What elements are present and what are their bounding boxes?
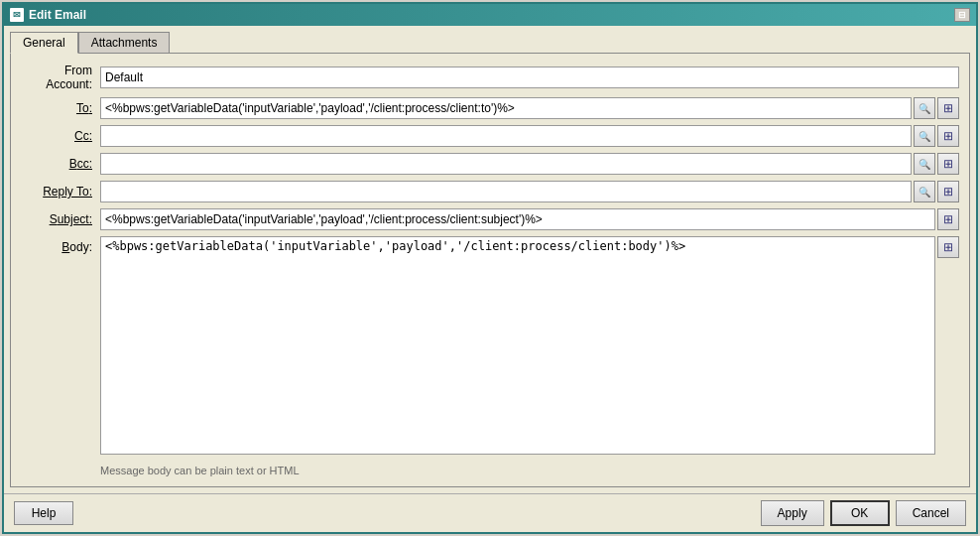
subject-input-group — [100, 208, 959, 230]
search-icon — [919, 102, 930, 114]
grid-icon — [943, 240, 953, 254]
body-grid-button[interactable] — [937, 236, 959, 258]
window-icon: ✉ — [10, 8, 24, 22]
ok-button[interactable]: OK — [830, 500, 890, 526]
search-icon — [919, 158, 930, 170]
cc-row: Cc: — [21, 125, 959, 147]
tab-attachments[interactable]: Attachments — [78, 32, 171, 53]
to-grid-button[interactable] — [937, 97, 959, 119]
apply-button[interactable]: Apply — [761, 500, 824, 526]
tab-general[interactable]: General — [10, 32, 78, 54]
search-icon — [919, 186, 930, 198]
action-buttons: Apply OK Cancel — [761, 500, 966, 526]
to-row: To: — [21, 97, 959, 119]
subject-row: Subject: — [21, 208, 959, 230]
to-search-button[interactable] — [914, 97, 935, 119]
to-input-group — [100, 97, 959, 119]
edit-email-window: ✉ Edit Email ⊟ General Attachments From … — [2, 2, 978, 534]
grid-icon — [943, 185, 953, 199]
reply-to-input-group — [100, 181, 959, 202]
bcc-row: Bcc: — [21, 153, 959, 175]
to-input[interactable] — [100, 97, 912, 119]
tab-content-general: From Account: To: — [10, 53, 970, 487]
tab-bar: General Attachments — [10, 32, 970, 53]
bottom-bar: Help Apply OK Cancel — [4, 493, 976, 532]
cc-search-button[interactable] — [914, 125, 935, 147]
from-account-row: From Account: — [21, 64, 959, 91]
subject-grid-button[interactable] — [937, 208, 959, 230]
body-hint: Message body can be plain text or HTML — [100, 465, 959, 476]
cancel-button[interactable]: Cancel — [896, 500, 966, 526]
search-icon — [919, 130, 930, 142]
subject-input[interactable] — [100, 208, 935, 230]
body-label: Body: — [21, 236, 100, 254]
reply-to-row: Reply To: — [21, 181, 959, 202]
body-input-group: <%bpws:getVariableData('inputVariable','… — [100, 236, 959, 455]
reply-to-grid-button[interactable] — [937, 181, 959, 202]
help-button[interactable]: Help — [14, 501, 73, 525]
bcc-grid-button[interactable] — [937, 153, 959, 175]
reply-to-input[interactable] — [100, 181, 912, 202]
cc-label: Cc: — [21, 129, 100, 143]
restore-button[interactable]: ⊟ — [954, 8, 970, 22]
reply-to-label: Reply To: — [21, 185, 100, 199]
to-label: To: — [21, 101, 100, 115]
reply-to-search-button[interactable] — [914, 181, 935, 202]
bcc-label: Bcc: — [21, 157, 100, 171]
cc-grid-button[interactable] — [937, 125, 959, 147]
from-account-input[interactable] — [100, 67, 959, 88]
body-textarea[interactable]: <%bpws:getVariableData('inputVariable','… — [100, 236, 935, 455]
bcc-input-group — [100, 153, 959, 175]
body-row: Body: <%bpws:getVariableData('inputVaria… — [21, 236, 959, 461]
grid-icon — [943, 129, 953, 143]
grid-icon — [943, 212, 953, 226]
grid-icon — [943, 101, 953, 115]
from-account-label: From Account: — [21, 64, 100, 91]
grid-icon — [943, 157, 953, 171]
window-title: Edit Email — [29, 8, 86, 22]
cc-input[interactable] — [100, 125, 912, 147]
cc-input-group — [100, 125, 959, 147]
dialog-content: General Attachments From Account: To: — [4, 26, 976, 493]
bcc-search-button[interactable] — [914, 153, 935, 175]
subject-label: Subject: — [21, 212, 100, 226]
title-bar: ✉ Edit Email ⊟ — [4, 4, 976, 26]
bcc-input[interactable] — [100, 153, 912, 175]
